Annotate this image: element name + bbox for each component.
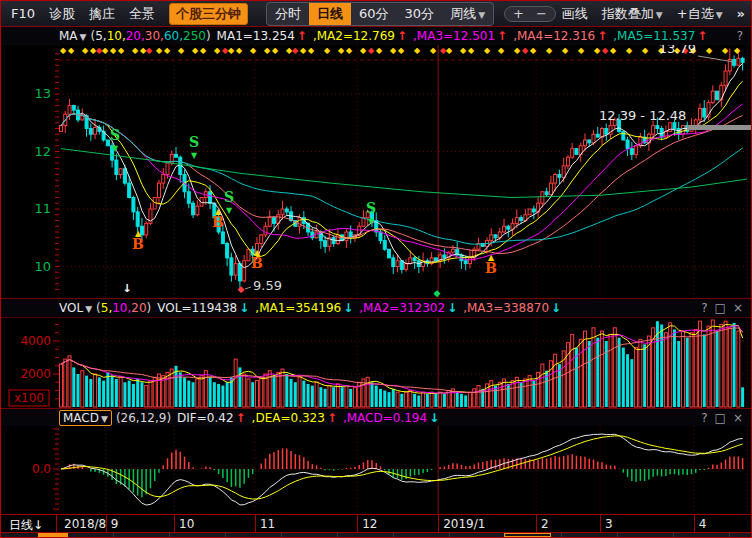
zoom-in-button[interactable]: + (513, 6, 524, 21)
period-group: 分时 日线 60分 30分 周线▼ (266, 2, 494, 26)
catch-banker-button[interactable]: 擒庄 (89, 5, 115, 23)
svg-text:◆: ◆ (398, 46, 405, 55)
svg-text:B: B (212, 214, 224, 230)
axis-month-label: 3 (605, 517, 613, 531)
svg-text:◆: ◆ (594, 46, 601, 55)
svg-text:◆: ◆ (522, 46, 529, 55)
svg-text:◆: ◆ (102, 46, 109, 55)
svg-text:▼: ▼ (191, 151, 198, 160)
arrow-down-icon: ↓ (429, 411, 439, 425)
svg-text:13.79: 13.79 (659, 45, 696, 56)
volume-chart[interactable]: 40002000x100 (1, 318, 752, 408)
zoom-out-button[interactable]: − (536, 6, 547, 21)
svg-text:◆: ◆ (250, 46, 257, 55)
index-overlay-button[interactable]: 指数叠加▼ (602, 5, 663, 23)
indicator-value: MA1=13.254 (217, 29, 295, 43)
collapse-panel-icon[interactable]: » (737, 6, 745, 21)
svg-text:12.39 - 12.48: 12.39 - 12.48 (599, 108, 686, 123)
diagnose-stock-button[interactable]: 诊股 (49, 5, 75, 23)
period-intraday[interactable]: 分时 (267, 3, 309, 25)
svg-text:◆: ◆ (706, 46, 713, 55)
maximize-icon[interactable]: □ (715, 411, 726, 425)
indicator-value: ,MA1=354196 (255, 301, 341, 315)
svg-text:◆: ◆ (156, 46, 163, 55)
stock-3min-button[interactable]: 个股三分钟 (169, 3, 248, 25)
svg-text:◆: ◆ (484, 46, 491, 55)
indicator-param: 10, (107, 29, 126, 43)
svg-text:◆: ◆ (264, 46, 271, 55)
indicator-param: 30, (145, 29, 164, 43)
svg-text:◆: ◆ (346, 46, 353, 55)
period-30min[interactable]: 30分 (397, 3, 443, 25)
toolbar-left: F10 诊股 擒庄 全景 个股三分钟 (1, 3, 248, 25)
close-icon[interactable]: × (733, 301, 743, 315)
svg-text:B: B (485, 260, 497, 276)
svg-text:◆: ◆ (324, 46, 331, 55)
chevron-down-icon: ▼ (101, 414, 108, 424)
svg-text:B: B (132, 236, 144, 252)
help-icon[interactable]: ? (701, 411, 707, 425)
macd-indicator-header: MACD▼(26,12,9)DIF=0.42↑,DEA=0.323↑,MACD=… (1, 408, 751, 426)
scrollbar-marker[interactable] (504, 533, 551, 537)
svg-text:4000: 4000 (20, 334, 51, 348)
svg-text:11: 11 (34, 201, 51, 216)
arrow-up-icon: ↑ (697, 29, 707, 43)
ma-indicator-header: MA▼(5,10,20,30,60,250)MA1=13.254↑,MA2=12… (1, 27, 751, 45)
svg-text:◆: ◆ (132, 46, 139, 55)
indicator-value: ,DEA=0.323 (252, 411, 325, 425)
vol-indicator-button[interactable]: VOL▼ (59, 301, 92, 315)
indicator-value: ,MA3=338870 (463, 301, 549, 315)
macd-chart[interactable]: 0.0 (1, 426, 752, 514)
svg-text:◆: ◆ (200, 46, 207, 55)
svg-text:▼: ▼ (368, 217, 375, 226)
panorama-button[interactable]: 全景 (129, 5, 155, 23)
svg-text:◆: ◆ (360, 46, 367, 55)
draw-line-button[interactable]: 画线 (562, 5, 588, 23)
stock-chart-window: F10 诊股 擒庄 全景 个股三分钟 分时 日线 60分 30分 周线▼ + −… (0, 0, 752, 538)
svg-text:◆: ◆ (562, 46, 569, 55)
axis-month-label: 4 (699, 517, 707, 531)
current-price-band (687, 125, 752, 130)
svg-text:◆: ◆ (300, 46, 307, 55)
svg-text:◆: ◆ (118, 46, 125, 55)
svg-text:◆: ◆ (602, 46, 609, 55)
svg-text:◆: ◆ (272, 46, 279, 55)
ma250-line (61, 149, 747, 198)
svg-text:▼: ▼ (226, 206, 233, 215)
indicator-param: 10, (112, 301, 131, 315)
svg-text:↓: ↓ (122, 282, 131, 295)
indicator-value: ,MA4=12.316 (513, 29, 595, 43)
svg-text:9.59: 9.59 (253, 278, 282, 293)
svg-text:◆: ◆ (146, 46, 153, 55)
svg-text:◆: ◆ (214, 46, 221, 55)
macd-indicator-button[interactable]: MACD▼ (59, 410, 112, 426)
svg-text:◆: ◆ (178, 46, 185, 55)
svg-text:◆: ◆ (60, 46, 67, 55)
svg-text:▲: ▲ (215, 207, 222, 216)
close-icon[interactable]: × (733, 411, 743, 425)
main-candlestick-chart[interactable]: 13121110◆◆◆◆◆◆◆◆◆◆◆◆◆◆◆◆◆◆◆◆◆◆◆◆◆◆◆◆◆◆◆◆… (1, 45, 752, 298)
svg-text:2000: 2000 (20, 367, 51, 381)
period-tag[interactable]: 日线↓ (9, 517, 43, 534)
indicator-param: 20 (131, 301, 146, 315)
horizontal-scrollbar[interactable] (1, 533, 751, 538)
arrow-down-icon: ↓ (33, 518, 43, 532)
period-weekly[interactable]: 周线▼ (442, 3, 493, 25)
indicator-param: 5, (101, 301, 112, 315)
help-icon[interactable]: ? (737, 29, 743, 43)
svg-text:◆: ◆ (308, 46, 315, 55)
period-daily[interactable]: 日线 (309, 3, 351, 25)
period-60min[interactable]: 60分 (351, 3, 397, 25)
f10-button[interactable]: F10 (11, 6, 35, 21)
maximize-icon[interactable]: □ (715, 301, 726, 315)
svg-text:13: 13 (34, 86, 51, 101)
time-axis: 日线↓ 2018/891011122019/1234 (1, 514, 751, 533)
svg-text:◆: ◆ (110, 46, 117, 55)
add-watchlist-button[interactable]: +自选▼ (677, 5, 723, 23)
help-icon[interactable]: ? (701, 301, 707, 315)
svg-text:◆: ◆ (68, 46, 75, 55)
toolbar-right: 分时 日线 60分 30分 周线▼ + − 画线 指数叠加▼ +自选▼ » (266, 2, 751, 26)
ma-indicator-button[interactable]: MA▼ (59, 29, 86, 43)
scrollbar-thumb[interactable] (38, 533, 68, 538)
indicator-value: ,MA5=11.537 (613, 29, 695, 43)
